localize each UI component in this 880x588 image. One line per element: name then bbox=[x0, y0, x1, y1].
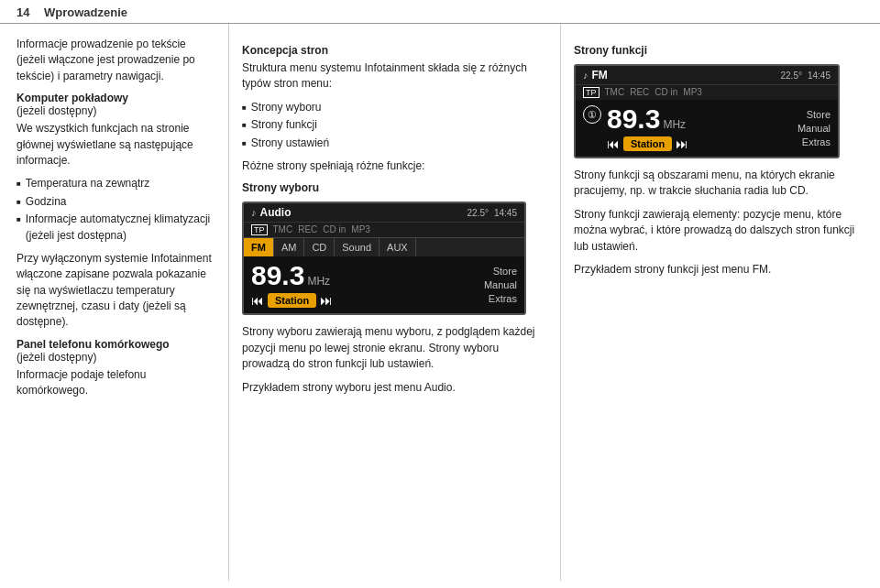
audio-top-left-right: ♪ FM bbox=[583, 69, 608, 82]
time-mid: 14:45 bbox=[494, 208, 517, 218]
audio-top-right-right: 22.5° 14:45 bbox=[781, 71, 831, 81]
mid-intro: Struktura menu systemu Infotainment skła… bbox=[242, 60, 547, 93]
audio-top-right-mid: 22.5° 14:45 bbox=[468, 208, 518, 218]
time-right: 14:45 bbox=[808, 71, 830, 81]
badge-cdin-mid: CD in bbox=[323, 224, 346, 235]
left-para-4: Informacje podaje telefonu komórkowego. bbox=[16, 367, 215, 399]
left-para-1: Informacje prowadzenie po tekście (jeżel… bbox=[16, 37, 215, 84]
right-para-1: Strony funkcji są obszarami menu, na któ… bbox=[574, 168, 867, 200]
mid-bullet-2: Strony funkcji bbox=[242, 117, 547, 133]
audio-freq-mid: 89.3 MHz ⏮ Station ⏭ bbox=[251, 262, 453, 308]
right-store-right[interactable]: Store bbox=[766, 109, 830, 120]
bullet-klima: Informacje automatycznej klimatyzacji (j… bbox=[16, 212, 215, 244]
freq-unit-right: MHz bbox=[663, 118, 686, 131]
music-icon-mid: ♪ bbox=[251, 207, 257, 218]
col-mid: Koncepcja stron Struktura menu systemu I… bbox=[229, 24, 561, 581]
audio-menu-bar-mid: FM AM CD Sound AUX bbox=[244, 237, 524, 256]
audio-controls-right: ⏮ Station ⏭ bbox=[607, 136, 766, 151]
left-bullets: Temperatura na zewnątrz Godzina Informac… bbox=[16, 176, 215, 244]
menu-sound-mid[interactable]: Sound bbox=[335, 238, 380, 256]
badge-rec-mid: REC bbox=[298, 224, 317, 235]
audio-right-menu-mid: Store Manual Extras bbox=[453, 266, 517, 304]
audio-main-right: ① 89.3 MHz ⏮ Station ⏭ Store Manual Ext bbox=[576, 100, 838, 157]
freq-display-right: 89.3 MHz bbox=[607, 105, 766, 133]
audio-screen-mid: ♪ Audio 22.5° 14:45 TP TMC REC CD in MP3… bbox=[242, 201, 526, 315]
left-heading-computer: Komputer pokładowy(jeżeli dostępny) bbox=[16, 92, 215, 117]
prev-btn-mid[interactable]: ⏮ bbox=[251, 293, 264, 308]
col-left: Informacje prowadzenie po tekście (jeżel… bbox=[0, 24, 229, 581]
badge-row-mid: TP TMC REC CD in MP3 bbox=[244, 222, 524, 237]
audio-top-bar-right: ♪ FM 22.5° 14:45 bbox=[576, 66, 838, 84]
bullet-temp: Temperatura na zewnątrz bbox=[16, 176, 215, 191]
music-icon-right: ♪ bbox=[583, 70, 588, 81]
badge-tp-right: TP bbox=[583, 87, 600, 98]
right-store-mid[interactable]: Store bbox=[453, 266, 517, 277]
mid-heading: Koncepcja stron bbox=[242, 44, 547, 57]
right-manual-mid[interactable]: Manual bbox=[453, 279, 517, 290]
badge-rec-right: REC bbox=[630, 87, 649, 98]
mid-example: Przykładem strony wyboru jest menu Audio… bbox=[242, 380, 547, 396]
mid-bullet-1: Strony wyboru bbox=[242, 100, 547, 115]
audio-source-mid: Audio bbox=[260, 206, 292, 219]
audio-top-left-mid: ♪ Audio bbox=[251, 206, 292, 219]
freq-unit-mid: MHz bbox=[307, 275, 330, 288]
audio-top-bar-mid: ♪ Audio 22.5° 14:45 bbox=[244, 203, 524, 222]
temp-mid: 22.5° bbox=[468, 208, 489, 218]
audio-freq-right: 89.3 MHz ⏮ Station ⏭ bbox=[607, 105, 766, 151]
mid-note: Różne strony spełniają różne funkcje: bbox=[242, 158, 547, 174]
mid-after-screen: Strony wyboru zawierają menu wyboru, z p… bbox=[242, 324, 547, 372]
freq-display-mid: 89.3 MHz bbox=[251, 262, 453, 289]
right-extras-right[interactable]: Extras bbox=[766, 136, 830, 147]
left-heading-phone: Panel telefonu komórkowego(jeżeli dostęp… bbox=[16, 338, 215, 364]
menu-cd-mid[interactable]: CD bbox=[304, 238, 335, 256]
audio-right-menu-right: Store Manual Extras bbox=[766, 109, 830, 147]
next-btn-mid[interactable]: ⏭ bbox=[320, 293, 333, 308]
left-para-2: We wszystkich funkcjach na stronie główn… bbox=[16, 121, 215, 169]
bullet-time: Godzina bbox=[16, 194, 215, 210]
audio-source-right: FM bbox=[592, 69, 608, 82]
badge-tmc-mid: TMC bbox=[273, 224, 293, 235]
audio-screen-right: ♪ FM 22.5° 14:45 TP TMC REC CD in MP3 ① bbox=[574, 64, 840, 158]
right-heading: Strony funkcji bbox=[574, 44, 867, 57]
audio-main-mid: 89.3 MHz ⏮ Station ⏭ Store Manual Extras bbox=[244, 256, 524, 313]
badge-tmc-right: TMC bbox=[605, 87, 625, 98]
page-title: Wprowadzenie bbox=[44, 5, 127, 19]
prev-btn-right[interactable]: ⏮ bbox=[607, 136, 620, 151]
next-btn-right[interactable]: ⏭ bbox=[676, 136, 688, 151]
page-number: 14 bbox=[16, 5, 44, 19]
badge-tp-mid: TP bbox=[251, 224, 268, 235]
mid-bullet-3: Strony ustawień bbox=[242, 136, 547, 151]
page-header: 14 Wprowadzenie bbox=[0, 0, 880, 24]
badge-cdin-right: CD in bbox=[654, 87, 677, 98]
col-right: Strony funkcji ♪ FM 22.5° 14:45 TP TMC R… bbox=[561, 24, 880, 581]
main-columns: Informacje prowadzenie po tekście (jeżel… bbox=[0, 24, 880, 581]
mid-bullets: Strony wyboru Strony funkcji Strony usta… bbox=[242, 100, 547, 151]
right-para-2: Strony funkcji zawierają elementy: pozyc… bbox=[574, 207, 867, 255]
right-manual-right[interactable]: Manual bbox=[766, 123, 830, 134]
badge-mp3-mid: MP3 bbox=[351, 224, 370, 235]
station-btn-mid[interactable]: Station bbox=[268, 293, 316, 308]
right-extras-mid[interactable]: Extras bbox=[453, 293, 517, 304]
mid-subheading: Strony wyboru bbox=[242, 181, 547, 194]
freq-number-right: 89.3 bbox=[607, 105, 660, 133]
circle-num-right: ① bbox=[583, 105, 601, 124]
left-para-3: Przy wyłączonym systemie Infotainment wł… bbox=[16, 251, 215, 331]
temp-right: 22.5° bbox=[781, 71, 802, 81]
freq-number-mid: 89.3 bbox=[251, 262, 304, 289]
badge-row-right: TP TMC REC CD in MP3 bbox=[576, 84, 838, 100]
menu-aux-mid[interactable]: AUX bbox=[380, 238, 416, 256]
station-btn-right[interactable]: Station bbox=[623, 136, 672, 151]
audio-controls-mid: ⏮ Station ⏭ bbox=[251, 293, 453, 308]
right-para-3: Przykładem strony funkcji jest menu FM. bbox=[574, 262, 867, 278]
menu-fm-mid[interactable]: FM bbox=[244, 238, 274, 256]
menu-am-mid[interactable]: AM bbox=[274, 238, 305, 256]
badge-mp3-right: MP3 bbox=[683, 87, 702, 98]
